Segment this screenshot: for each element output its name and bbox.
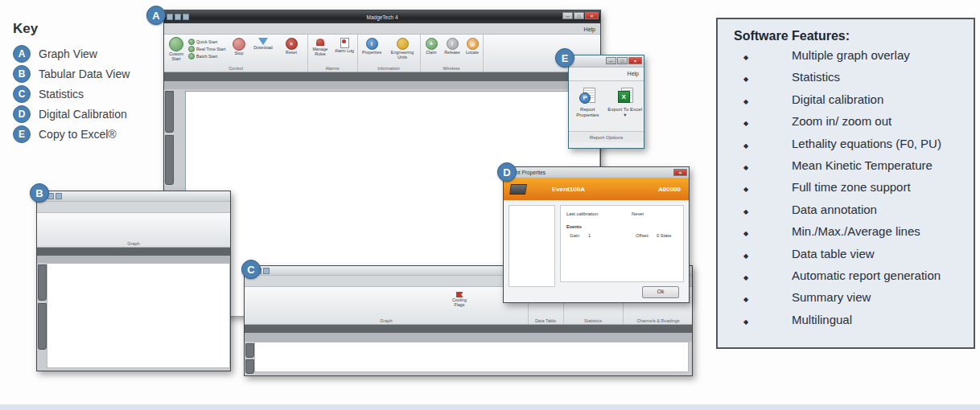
custom-start-icon [169, 37, 183, 51]
wireless-group-label: Wireless [420, 66, 483, 71]
release-icon: / [447, 38, 459, 50]
real-time-start-button[interactable]: Real Time Start [188, 46, 226, 52]
close-button[interactable]: × [585, 12, 599, 19]
gain-label: Gain [570, 233, 579, 238]
cooling-flag-icon [456, 292, 463, 297]
report-options-group-label: Report Options [569, 131, 644, 142]
release-label: Release [442, 51, 463, 55]
minimize-button[interactable]: ─ [562, 12, 573, 19]
bullet-icon: ◆ [743, 318, 750, 326]
feature-label: Automatic report generation [792, 269, 941, 282]
stop-label: Stop [230, 51, 248, 56]
key-title: Key [13, 21, 158, 37]
feature-item: ◆Summary view [718, 290, 974, 312]
key-item-label: Graph View [39, 47, 97, 60]
maximize-button[interactable]: □ [617, 57, 628, 64]
batch-start-label: Batch Start [196, 54, 217, 59]
window-event-properties: Event Properties × Event100A A00000 Last… [503, 166, 690, 303]
alarm-log-label: Alarm Log [334, 49, 355, 54]
locate-button[interactable]: ◎ Locate [463, 38, 482, 55]
side-tab-file-devices[interactable] [245, 359, 254, 374]
reset-label: Reset [282, 51, 301, 55]
bullet-icon: ◆ [743, 186, 750, 193]
side-tab-file-devices[interactable] [38, 303, 47, 350]
release-button[interactable]: / Release [442, 38, 463, 55]
batch-start-button[interactable]: Batch Start [188, 53, 226, 59]
feature-label: Multiple graph overlay [792, 48, 910, 62]
bullet-icon: ◆ [743, 252, 750, 260]
feature-item: ◆Data annotation [718, 203, 974, 224]
excel-icon: X [617, 88, 633, 104]
calibration-panel: Last calibration: Never Events Gain 1 Of… [560, 205, 684, 282]
help-link[interactable]: Help [584, 27, 595, 32]
bullet-icon: ◆ [743, 142, 750, 150]
help-link[interactable]: Help [628, 71, 639, 76]
side-tab-channels[interactable] [165, 91, 174, 133]
download-button[interactable]: Download [250, 35, 276, 51]
minimize-button[interactable]: ─ [606, 57, 616, 64]
claim-button[interactable]: + Claim [422, 38, 441, 55]
report-properties-label: Report Properties [570, 106, 605, 117]
real-time-start-icon [188, 46, 195, 52]
help-row: Help [569, 68, 644, 81]
key-item: CStatistics [13, 87, 158, 100]
custom-start-button[interactable]: Custom Start [166, 37, 187, 62]
window-copy-to-excel: ─ □ × Help P Report Properties X Export … [568, 55, 644, 149]
badge-c: C [241, 260, 261, 279]
information-group-label: Information [357, 66, 420, 71]
feature-label: Data annotation [792, 203, 877, 216]
manage-rules-button[interactable]: Manage Rules [309, 38, 331, 57]
report-properties-button[interactable]: P Report Properties [570, 88, 605, 131]
reset-button[interactable]: × Reset [282, 38, 301, 55]
feature-item: ◆Full time zone support [718, 180, 974, 202]
bullet-icon: ◆ [743, 98, 750, 105]
window-b-ribbon: Graph [37, 213, 230, 248]
feature-label: Mean Kinetic Temperature [792, 158, 933, 172]
window-a-ribbon-tabs: Help [164, 23, 600, 35]
side-tab-channels[interactable] [245, 343, 254, 358]
qat-icon[interactable] [56, 193, 62, 199]
close-button[interactable]: × [673, 169, 687, 176]
alarm-log-button[interactable]: Alarm Log [334, 38, 355, 54]
key-item: BTabular Data View [13, 67, 158, 80]
side-tab-channels[interactable] [38, 264, 47, 301]
page-bottom-strip [0, 404, 980, 410]
key-item-label: Tabular Data View [39, 68, 130, 80]
window-c-docbar [245, 325, 692, 333]
bullet-icon: ◆ [743, 296, 750, 303]
alarm-log-icon [340, 38, 349, 48]
feature-item: ◆Statistics [718, 70, 974, 92]
statistics-empty-area [254, 372, 687, 374]
qat-icon[interactable] [263, 268, 270, 274]
side-tab-file-devices[interactable] [165, 135, 174, 185]
window-d-titlebar[interactable]: Event Properties × [504, 167, 689, 178]
locate-label: Locate [463, 51, 482, 55]
cooling-flags-label: Cooling Flags [448, 298, 471, 308]
data-table[interactable] [47, 263, 230, 368]
window-a-titlebar[interactable]: MadgeTech 4 ─ □ × [164, 10, 600, 23]
feature-item: ◆Lethality equations (F0, PU) [718, 137, 974, 158]
cooling-flags-button[interactable]: Cooling Flags [448, 290, 471, 308]
quick-start-button[interactable]: Quick Start [188, 39, 226, 45]
key-item-label: Copy to Excel® [39, 128, 117, 141]
statistics-table[interactable] [254, 342, 689, 372]
claim-label: Claim [422, 51, 441, 55]
graph-group-label: Graph [245, 318, 528, 323]
real-time-start-label: Real Time Start [196, 47, 226, 51]
properties-button[interactable]: i Properties [360, 38, 384, 55]
ribbon-group-information: i Properties Engineering Units Informati… [357, 35, 421, 72]
key-item-label: Statistics [39, 88, 84, 100]
page: Key AGraph ViewBTabular Data ViewCStatis… [0, 0, 980, 410]
ribbon-group-wireless: + Claim / Release ◎ Locate Wireless [420, 35, 484, 72]
stop-button[interactable]: Stop [230, 38, 248, 56]
key-badge-a: A [13, 45, 31, 63]
properties-info-icon: i [366, 38, 378, 50]
feature-label: Zoom in/ zoom out [792, 114, 891, 128]
feature-label: Multilingual [792, 313, 852, 326]
ok-button[interactable]: Ok [642, 286, 679, 298]
key-list: AGraph ViewBTabular Data ViewCStatistics… [13, 47, 158, 141]
maximize-button[interactable]: □ [574, 12, 584, 19]
engineering-units-button[interactable]: Engineering Units [388, 38, 417, 60]
close-button[interactable]: × [628, 57, 642, 64]
export-to-excel-button[interactable]: X Export To Excel ▾ [607, 88, 643, 131]
